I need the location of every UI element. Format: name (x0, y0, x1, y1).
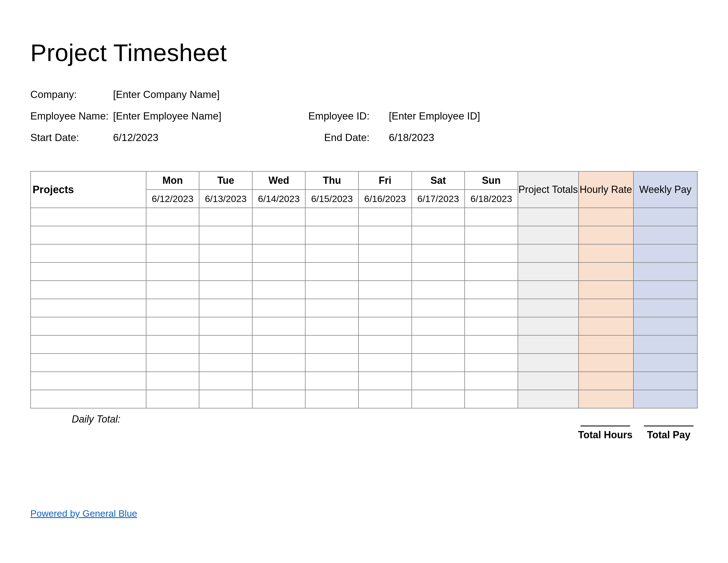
project-cell[interactable] (31, 354, 146, 372)
hours-cell[interactable] (305, 372, 358, 390)
hours-cell[interactable] (412, 262, 465, 281)
hourly-rate-cell[interactable] (579, 244, 633, 262)
hourly-rate-cell[interactable] (579, 390, 633, 408)
hours-cell[interactable] (465, 244, 518, 262)
hours-cell[interactable] (305, 281, 358, 299)
hours-cell[interactable] (358, 262, 412, 281)
project-cell[interactable] (31, 390, 146, 408)
hours-cell[interactable] (199, 244, 252, 262)
hours-cell[interactable] (146, 244, 199, 262)
hourly-rate-cell[interactable] (579, 372, 633, 390)
powered-by[interactable]: Powered by General Blue (30, 508, 137, 519)
hours-cell[interactable] (199, 208, 252, 226)
project-cell[interactable] (31, 281, 146, 299)
hours-cell[interactable] (146, 299, 199, 317)
hours-cell[interactable] (199, 262, 252, 281)
hours-cell[interactable] (199, 335, 252, 354)
hours-cell[interactable] (199, 390, 252, 408)
hours-cell[interactable] (199, 299, 252, 317)
hours-cell[interactable] (465, 281, 518, 299)
hours-cell[interactable] (358, 226, 412, 244)
hours-cell[interactable] (199, 281, 252, 299)
hours-cell[interactable] (412, 299, 465, 317)
hours-cell[interactable] (146, 335, 199, 354)
hours-cell[interactable] (465, 335, 518, 354)
hours-cell[interactable] (252, 208, 306, 226)
hourly-rate-cell[interactable] (579, 354, 633, 372)
hours-cell[interactable] (146, 390, 199, 408)
hours-cell[interactable] (252, 335, 306, 354)
employee-name-value[interactable]: [Enter Employee Name] (113, 110, 221, 122)
hours-cell[interactable] (146, 226, 199, 244)
hours-cell[interactable] (252, 354, 306, 372)
hours-cell[interactable] (358, 317, 412, 335)
employee-id-value[interactable]: [Enter Employee ID] (389, 110, 480, 122)
hours-cell[interactable] (412, 372, 465, 390)
hours-cell[interactable] (358, 299, 412, 317)
hours-cell[interactable] (305, 390, 358, 408)
project-cell[interactable] (31, 299, 146, 317)
hourly-rate-cell[interactable] (579, 317, 633, 335)
hours-cell[interactable] (465, 262, 518, 281)
hours-cell[interactable] (252, 226, 306, 244)
hours-cell[interactable] (305, 262, 358, 281)
project-cell[interactable] (31, 372, 146, 390)
hours-cell[interactable] (412, 390, 465, 408)
hours-cell[interactable] (146, 208, 199, 226)
hours-cell[interactable] (412, 281, 465, 299)
hours-cell[interactable] (146, 281, 199, 299)
hours-cell[interactable] (305, 226, 358, 244)
project-cell[interactable] (31, 244, 146, 262)
hours-cell[interactable] (465, 390, 518, 408)
hourly-rate-cell[interactable] (579, 262, 633, 281)
hours-cell[interactable] (412, 226, 465, 244)
hours-cell[interactable] (252, 317, 306, 335)
hours-cell[interactable] (305, 317, 358, 335)
hours-cell[interactable] (146, 317, 199, 335)
hours-cell[interactable] (146, 354, 199, 372)
hours-cell[interactable] (146, 372, 199, 390)
hours-cell[interactable] (199, 372, 252, 390)
hours-cell[interactable] (412, 335, 465, 354)
hours-cell[interactable] (412, 317, 465, 335)
hours-cell[interactable] (305, 244, 358, 262)
hours-cell[interactable] (252, 262, 306, 281)
company-value[interactable]: [Enter Company Name] (113, 89, 220, 100)
hours-cell[interactable] (465, 299, 518, 317)
hours-cell[interactable] (412, 354, 465, 372)
hours-cell[interactable] (358, 335, 412, 354)
hourly-rate-cell[interactable] (579, 226, 633, 244)
hours-cell[interactable] (358, 208, 412, 226)
hours-cell[interactable] (305, 335, 358, 354)
hours-cell[interactable] (252, 390, 306, 408)
project-cell[interactable] (31, 226, 146, 244)
hours-cell[interactable] (252, 244, 306, 262)
hours-cell[interactable] (465, 208, 518, 226)
hours-cell[interactable] (465, 354, 518, 372)
project-cell[interactable] (31, 262, 146, 281)
hourly-rate-cell[interactable] (579, 335, 633, 354)
hours-cell[interactable] (465, 372, 518, 390)
hours-cell[interactable] (199, 226, 252, 244)
powered-by-link[interactable]: Powered by General Blue (30, 508, 137, 519)
project-cell[interactable] (31, 208, 146, 226)
hours-cell[interactable] (305, 299, 358, 317)
hours-cell[interactable] (465, 226, 518, 244)
hours-cell[interactable] (358, 281, 412, 299)
hours-cell[interactable] (412, 208, 465, 226)
hours-cell[interactable] (199, 354, 252, 372)
hours-cell[interactable] (252, 299, 306, 317)
hours-cell[interactable] (305, 208, 358, 226)
hours-cell[interactable] (252, 281, 306, 299)
hours-cell[interactable] (252, 372, 306, 390)
hours-cell[interactable] (305, 354, 358, 372)
hours-cell[interactable] (412, 244, 465, 262)
start-date-value[interactable]: 6/12/2023 (113, 132, 159, 143)
hourly-rate-cell[interactable] (579, 281, 633, 299)
hours-cell[interactable] (199, 317, 252, 335)
hours-cell[interactable] (358, 390, 412, 408)
hours-cell[interactable] (358, 372, 412, 390)
hours-cell[interactable] (465, 317, 518, 335)
project-cell[interactable] (31, 317, 146, 335)
hourly-rate-cell[interactable] (579, 299, 633, 317)
